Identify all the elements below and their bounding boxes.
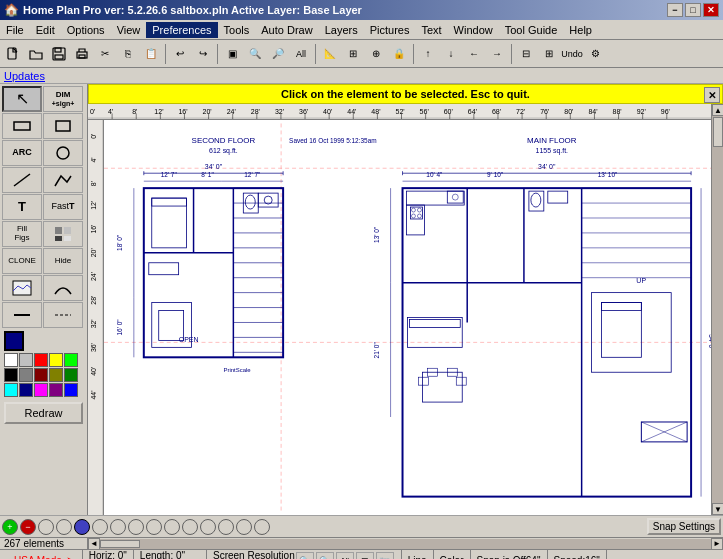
menu-layers[interactable]: Layers — [319, 22, 364, 38]
menu-edit[interactable]: Edit — [30, 22, 61, 38]
menu-file[interactable]: File — [0, 22, 30, 38]
color-purple[interactable] — [49, 383, 63, 397]
color-green[interactable] — [64, 353, 78, 367]
scroll-left-button[interactable]: ◄ — [88, 538, 100, 550]
tool-line2[interactable] — [2, 302, 42, 328]
tool-image[interactable] — [2, 275, 42, 301]
color-red[interactable] — [34, 353, 48, 367]
color-dkgreen[interactable] — [64, 368, 78, 382]
menu-autodraw[interactable]: Auto Draw — [255, 22, 318, 38]
tool-rect[interactable] — [43, 113, 83, 139]
menu-options[interactable]: Options — [61, 22, 111, 38]
horizontal-scrollbar[interactable]: 267 elements ◄ ► — [0, 537, 723, 549]
tb-new[interactable] — [2, 43, 24, 65]
maximize-button[interactable]: □ — [685, 3, 701, 17]
color-black[interactable] — [4, 368, 18, 382]
tb-lock[interactable]: 🔒 — [388, 43, 410, 65]
layer-circle-10[interactable] — [200, 519, 216, 535]
color-blue[interactable] — [64, 383, 78, 397]
camera-status-button[interactable]: 📷 — [376, 552, 394, 560]
current-color[interactable] — [4, 331, 24, 351]
tb-save[interactable] — [48, 43, 70, 65]
tool-wall[interactable] — [2, 113, 42, 139]
menu-window[interactable]: Window — [448, 22, 499, 38]
zoom-out-status-button[interactable]: 🔍 — [316, 552, 334, 560]
minimize-button[interactable]: − — [667, 3, 683, 17]
remove-layer-button[interactable]: − — [20, 519, 36, 535]
layer-circle-9[interactable] — [182, 519, 198, 535]
tool-dim[interactable]: DIM +sign+ — [43, 86, 83, 112]
tool-clone[interactable]: CLONE — [2, 248, 42, 274]
layer-circle-8[interactable] — [164, 519, 180, 535]
zoom-in-status-button[interactable]: 🔍 — [296, 552, 314, 560]
tool-fill[interactable]: FillFigs — [2, 221, 42, 247]
vertical-scrollbar[interactable]: ▲ ▼ — [711, 104, 723, 515]
tb-zoom-in[interactable]: 🔍 — [244, 43, 266, 65]
tb-undo2[interactable]: Undo — [561, 43, 583, 65]
snap-settings-button[interactable]: Snap Settings — [647, 518, 721, 535]
color-ltgray[interactable] — [19, 353, 33, 367]
tb-ortho[interactable]: ⊕ — [365, 43, 387, 65]
tb-right[interactable]: → — [486, 43, 508, 65]
menu-pictures[interactable]: Pictures — [364, 22, 416, 38]
color-yellow[interactable] — [49, 353, 63, 367]
menu-help[interactable]: Help — [563, 22, 598, 38]
tool-arc[interactable]: ARC — [2, 140, 42, 166]
layer-circle-13[interactable] — [254, 519, 270, 535]
layer-circle-2[interactable] — [56, 519, 72, 535]
layer-circle-3[interactable] — [74, 519, 90, 535]
menu-tools[interactable]: Tools — [218, 22, 256, 38]
close-button[interactable]: ✕ — [703, 3, 719, 17]
menu-toolguide[interactable]: Tool Guide — [499, 22, 564, 38]
layer-circle-5[interactable] — [110, 519, 126, 535]
menu-text[interactable]: Text — [415, 22, 447, 38]
notification-close-button[interactable]: ✕ — [704, 87, 720, 103]
layer-circle-7[interactable] — [146, 519, 162, 535]
tool-figs[interactable] — [43, 221, 83, 247]
tool-text[interactable]: T — [2, 194, 42, 220]
redraw-button[interactable]: Redraw — [4, 402, 83, 424]
tb-print[interactable] — [71, 43, 93, 65]
tb-grid[interactable]: ⊞ — [342, 43, 364, 65]
tb-extra1[interactable]: ⊟ — [515, 43, 537, 65]
tb-extra3[interactable]: ⚙ — [584, 43, 606, 65]
tb-zoom-all[interactable]: All — [290, 43, 312, 65]
tool-hide[interactable]: Hide — [43, 248, 83, 274]
scroll-up-button[interactable]: ▲ — [712, 104, 723, 116]
scroll-thumb[interactable] — [713, 117, 723, 147]
tb-snap[interactable]: 📐 — [319, 43, 341, 65]
tb-extra2[interactable]: ⊞ — [538, 43, 560, 65]
tool-polyline[interactable] — [43, 167, 83, 193]
floor-plan[interactable]: SECOND FLOOR 612 sq.ft. Saved 16 Oct 199… — [104, 120, 711, 515]
tb-paste[interactable]: 📋 — [140, 43, 162, 65]
tool-line3[interactable] — [43, 302, 83, 328]
scroll-track[interactable] — [712, 116, 723, 503]
canvas-area[interactable]: Click on the element to be selected. Esc… — [88, 84, 723, 515]
tb-down[interactable]: ↓ — [440, 43, 462, 65]
tb-cut[interactable]: ✂ — [94, 43, 116, 65]
color-white[interactable] — [4, 353, 18, 367]
updates-label[interactable]: Updates — [4, 70, 45, 82]
layer-circle-12[interactable] — [236, 519, 252, 535]
color-dkgray[interactable] — [19, 368, 33, 382]
menu-preferences[interactable]: Preferences — [146, 22, 217, 38]
tb-redo[interactable]: ↪ — [192, 43, 214, 65]
color-dkred[interactable] — [34, 368, 48, 382]
menu-view[interactable]: View — [111, 22, 147, 38]
layer-circle-4[interactable] — [92, 519, 108, 535]
tb-up[interactable]: ↑ — [417, 43, 439, 65]
zoom-all-status-button[interactable]: All — [336, 552, 354, 560]
tb-select[interactable]: ▣ — [221, 43, 243, 65]
layer-circle-1[interactable] — [38, 519, 54, 535]
tool-line[interactable] — [2, 167, 42, 193]
tb-copy[interactable]: ⎘ — [117, 43, 139, 65]
tool-arrow[interactable]: ↖ — [2, 86, 42, 112]
tb-open[interactable] — [25, 43, 47, 65]
layer-circle-6[interactable] — [128, 519, 144, 535]
color-magenta[interactable] — [34, 383, 48, 397]
tb-left[interactable]: ← — [463, 43, 485, 65]
titlebar-controls[interactable]: − □ ✕ — [667, 3, 719, 17]
h-scroll-track[interactable] — [100, 539, 711, 549]
tool-curve[interactable] — [43, 275, 83, 301]
zoom-fit-status-button[interactable]: ⊡ — [356, 552, 374, 560]
